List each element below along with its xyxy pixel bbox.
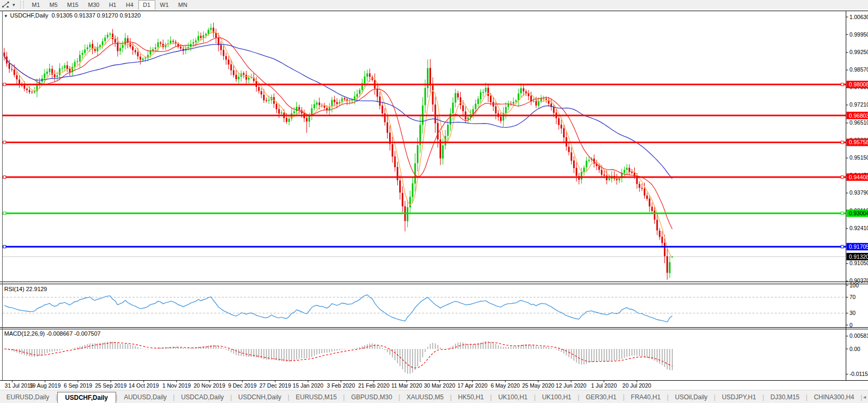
candle-body (64, 65, 66, 68)
hline-handle-left[interactable] (3, 212, 6, 215)
dropdown-caret-icon[interactable]: ▼ (12, 3, 18, 7)
chart-tab-dj30-m15[interactable]: DJ30,M15 (764, 392, 806, 403)
chart-canvas[interactable]: 1.006300.999500.992500.985700.978900.972… (0, 10, 868, 390)
candle-body (31, 92, 33, 92)
price-tag-0.98008[interactable]: 0.98008 (847, 81, 868, 88)
toolbar: ▼ M1M5M15M30H1H4D1W1MN (0, 0, 868, 10)
timeframe-button-w1[interactable]: W1 (155, 0, 174, 10)
candle-body (192, 42, 194, 44)
ma-line-medium (4, 38, 672, 229)
hline-handle-right[interactable] (841, 212, 844, 215)
hline-0.93004[interactable] (3, 212, 846, 215)
chart-tab-uk100-h1[interactable]: UK100,H1 (536, 392, 577, 403)
time-tick-label: 30 Mar 2020 (424, 382, 455, 389)
time-tick-label: 14 Oct 2019 (128, 382, 159, 389)
chart-tab-usdchf-daily[interactable]: USDCHF,Daily (57, 392, 116, 403)
tab-scroll-left-icon[interactable]: ◄ (862, 395, 867, 400)
candle-body (66, 65, 68, 69)
candle-body (293, 111, 295, 113)
rsi-pane[interactable] (3, 295, 846, 322)
time-axis[interactable]: 31 Jul 201919 Aug 20196 Sep 201925 Sep 2… (5, 381, 651, 389)
candle-body (369, 73, 371, 76)
hline-handle-left[interactable] (3, 141, 6, 144)
candle-body (382, 106, 383, 113)
chart-tab-usdcnh-daily[interactable]: USDCNH,Daily (232, 392, 287, 403)
candle-body (142, 59, 144, 60)
macd-signal-line (4, 343, 672, 368)
toolbar-grip[interactable] (20, 1, 24, 8)
hline-handle-right[interactable] (841, 83, 844, 86)
candle-body (467, 118, 469, 119)
candle-body (397, 167, 398, 180)
timeframe-button-h1[interactable]: H1 (104, 0, 121, 10)
price-tag-0.94408[interactable]: 0.94408 (847, 173, 868, 181)
chart-tab-usoil-daily[interactable]: USOil,Daily (669, 392, 714, 403)
chart-tab-china300-h4[interactable]: CHINA300,H4 (808, 392, 861, 403)
candle-body (19, 80, 20, 84)
chart-tab-usdjpy-h1[interactable]: USDJPY,H1 (715, 392, 762, 403)
ma-line-fast (4, 32, 672, 258)
hline-handle-right[interactable] (841, 176, 844, 179)
hline-0.91705[interactable] (3, 246, 846, 248)
bid-tag-text: 0.91320 (849, 253, 868, 260)
candle-body (230, 64, 232, 70)
price-tag-text: 0.91705 (849, 243, 868, 250)
chart-tab-usdcad-daily[interactable]: USDCAD,Daily (174, 392, 230, 403)
hline-handle-left[interactable] (3, 246, 6, 248)
candle-body (24, 85, 25, 89)
candle-body (107, 35, 108, 38)
chart-tab-eurusd-daily[interactable]: EURUSD,Daily (0, 392, 56, 403)
candle-body (129, 43, 131, 47)
chart-tab-hk50-h1[interactable]: HK50,H1 (452, 392, 490, 403)
candle-body (366, 73, 368, 76)
price-tag-text: 0.98008 (849, 81, 868, 87)
timeframe-button-m15[interactable]: M15 (63, 0, 83, 10)
hline-handle-right[interactable] (841, 141, 844, 144)
macd-pane[interactable] (4, 341, 672, 373)
chart-tab-gbpusd-m30[interactable]: GBPUSD,M30 (345, 392, 398, 403)
chart-tab-fra40-h1[interactable]: FRA40,H1 (625, 392, 667, 403)
candle-body (586, 161, 588, 167)
timeframe-button-m5[interactable]: M5 (45, 0, 62, 10)
chart-tab-eurusd-m15[interactable]: EURUSD,M15 (290, 392, 343, 403)
hline-0.98008[interactable] (3, 83, 846, 86)
time-tick-label: 20 Nov 2019 (194, 382, 225, 389)
timeframe-button-m1[interactable]: M1 (27, 0, 45, 10)
candle-body (160, 42, 161, 43)
price-tag-0.93004[interactable]: 0.93004 (847, 209, 868, 217)
candle-body (14, 69, 15, 75)
candle-body (228, 59, 230, 64)
price-tag-0.91705[interactable]: 0.91705 (847, 243, 868, 250)
time-tick-label: 27 Dec 2019 (259, 382, 291, 389)
hline-0.94408[interactable] (3, 176, 846, 179)
chart-tab-audusd-daily[interactable]: AUDUSD,Daily (118, 392, 173, 403)
main-pane[interactable] (3, 23, 846, 280)
candle-body (434, 104, 436, 123)
candle-body (520, 88, 522, 93)
candle-body (135, 50, 136, 52)
timeframe-button-h4[interactable]: H4 (121, 0, 138, 10)
time-tick-label: 21 Feb 2020 (358, 382, 390, 389)
candle-body (487, 87, 489, 96)
candle-body (661, 236, 663, 243)
chart-tab-uk100-h1[interactable]: UK100,H1 (492, 392, 534, 403)
price-tag-0.95758[interactable]: 0.95758 (847, 138, 868, 146)
candle-body (132, 47, 134, 50)
chart-tab-ger30-h1[interactable]: GER30,H1 (580, 392, 623, 403)
timeframe-button-d1[interactable]: D1 (138, 0, 155, 10)
hline-0.95758[interactable] (3, 141, 846, 144)
candle-body (152, 49, 154, 50)
candle-body (454, 93, 456, 103)
candle-body (109, 33, 111, 34)
timeframe-button-mn[interactable]: MN (173, 0, 192, 10)
candle-body (571, 152, 572, 161)
hline-handle-right[interactable] (841, 246, 844, 248)
hline-handle-left[interactable] (3, 83, 6, 86)
candle-body (46, 72, 48, 74)
hline-handle-left[interactable] (3, 176, 6, 179)
chart-tab-xauusd-m5[interactable]: XAUUSD,M5 (400, 392, 450, 403)
price-tag-0.96803[interactable]: 0.96803 (847, 112, 868, 119)
line-studies-icon[interactable] (0, 1, 12, 9)
timeframe-button-m30[interactable]: M30 (83, 0, 104, 10)
candle-body (150, 51, 151, 55)
